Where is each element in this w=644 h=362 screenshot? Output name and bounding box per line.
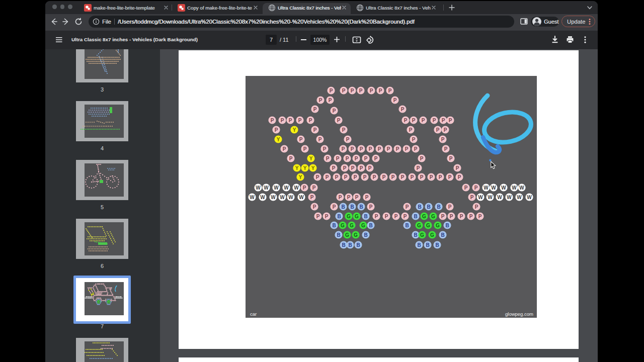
- svg-text:P: P: [342, 127, 346, 133]
- svg-text:P: P: [316, 214, 320, 219]
- svg-text:P: P: [460, 214, 463, 219]
- svg-text:Y: Y: [299, 174, 302, 180]
- svg-text:B: B: [417, 242, 421, 248]
- svg-text:P: P: [436, 127, 440, 133]
- svg-text:W: W: [280, 195, 285, 200]
- svg-text:P: P: [312, 185, 316, 191]
- svg-text:P: P: [475, 204, 478, 210]
- svg-text:B: B: [418, 204, 421, 210]
- svg-text:P: P: [391, 174, 395, 180]
- svg-text:P: P: [299, 137, 303, 142]
- svg-text:B: B: [356, 242, 360, 248]
- svg-text:P: P: [405, 146, 409, 152]
- svg-text:B: B: [437, 204, 440, 210]
- svg-text:P: P: [450, 214, 453, 219]
- svg-text:B: B: [348, 242, 352, 248]
- svg-text:P: P: [470, 195, 474, 200]
- svg-text:P: P: [369, 146, 372, 152]
- svg-text:P: P: [401, 107, 405, 112]
- svg-text:Y: Y: [303, 165, 307, 171]
- svg-text:P: P: [448, 204, 452, 210]
- svg-text:P: P: [355, 195, 359, 200]
- svg-text:P: P: [313, 107, 317, 112]
- svg-text:G: G: [426, 223, 430, 228]
- svg-text:P: P: [378, 146, 381, 152]
- svg-text:P: P: [344, 174, 348, 180]
- svg-text:G: G: [430, 232, 434, 238]
- svg-text:W: W: [517, 195, 522, 200]
- svg-text:P: P: [375, 214, 378, 219]
- svg-text:W: W: [488, 195, 493, 200]
- svg-text:P: P: [420, 174, 424, 180]
- svg-text:P: P: [289, 118, 292, 123]
- svg-text:B: B: [359, 204, 363, 210]
- svg-text:G: G: [436, 223, 440, 228]
- svg-text:W: W: [527, 195, 532, 200]
- svg-text:G: G: [341, 223, 345, 228]
- svg-text:P: P: [370, 88, 373, 94]
- svg-text:P: P: [339, 195, 342, 200]
- svg-text:P: P: [326, 174, 329, 180]
- svg-text:P: P: [281, 118, 284, 123]
- svg-text:B: B: [441, 232, 444, 238]
- svg-text:P: P: [406, 204, 409, 210]
- svg-text:P: P: [456, 165, 459, 171]
- svg-text:W: W: [264, 185, 269, 191]
- svg-text:P: P: [335, 174, 339, 180]
- svg-text:P: P: [332, 165, 336, 171]
- svg-text:G: G: [345, 232, 349, 238]
- svg-text:W: W: [250, 195, 255, 200]
- svg-text:P: P: [330, 88, 333, 94]
- svg-text:P: P: [333, 204, 336, 210]
- svg-text:P: P: [343, 165, 347, 171]
- svg-text:B: B: [369, 223, 372, 228]
- svg-text:B: B: [414, 232, 417, 238]
- svg-text:P: P: [363, 174, 367, 180]
- svg-text:P: P: [373, 174, 376, 180]
- svg-text:G: G: [417, 223, 421, 228]
- svg-text:W: W: [501, 185, 506, 191]
- svg-text:B: B: [342, 242, 345, 248]
- svg-text:G: G: [350, 223, 354, 228]
- svg-text:W: W: [491, 185, 496, 191]
- svg-text:P: P: [298, 118, 302, 123]
- svg-text:Y: Y: [311, 165, 315, 171]
- svg-text:P: P: [388, 88, 392, 94]
- svg-text:P: P: [412, 118, 416, 123]
- svg-text:P: P: [313, 127, 317, 133]
- svg-text:P: P: [309, 118, 312, 123]
- svg-text:P: P: [368, 165, 372, 171]
- svg-text:W: W: [294, 185, 299, 191]
- svg-text:P: P: [374, 156, 378, 161]
- svg-text:G: G: [347, 214, 351, 219]
- svg-text:P: P: [351, 165, 355, 171]
- svg-text:P: P: [271, 118, 274, 123]
- svg-text:B: B: [337, 214, 341, 219]
- svg-text:W: W: [497, 195, 502, 200]
- svg-text:Y: Y: [293, 127, 296, 133]
- svg-text:W: W: [260, 195, 265, 200]
- svg-text:W: W: [299, 195, 304, 200]
- svg-text:P: P: [326, 156, 330, 161]
- svg-text:P: P: [382, 174, 386, 180]
- svg-text:B: B: [414, 214, 417, 219]
- svg-text:W: W: [484, 185, 489, 191]
- svg-text:glowpeg.com: glowpeg.com: [505, 311, 533, 317]
- svg-text:P: P: [441, 214, 445, 219]
- svg-text:P: P: [319, 98, 323, 103]
- svg-text:P: P: [289, 156, 293, 161]
- svg-text:P: P: [342, 146, 345, 152]
- svg-text:P: P: [385, 214, 388, 219]
- svg-text:P: P: [417, 165, 420, 171]
- svg-text:P: P: [360, 146, 363, 152]
- svg-text:W: W: [512, 185, 517, 191]
- svg-text:P: P: [336, 156, 340, 161]
- svg-text:P: P: [329, 98, 332, 103]
- svg-text:G: G: [355, 214, 359, 219]
- svg-text:P: P: [474, 185, 478, 191]
- svg-text:Y: Y: [295, 165, 299, 171]
- svg-text:P: P: [444, 127, 447, 133]
- svg-text:P: P: [365, 195, 369, 200]
- svg-text:P: P: [347, 195, 351, 200]
- svg-text:B: B: [337, 232, 340, 238]
